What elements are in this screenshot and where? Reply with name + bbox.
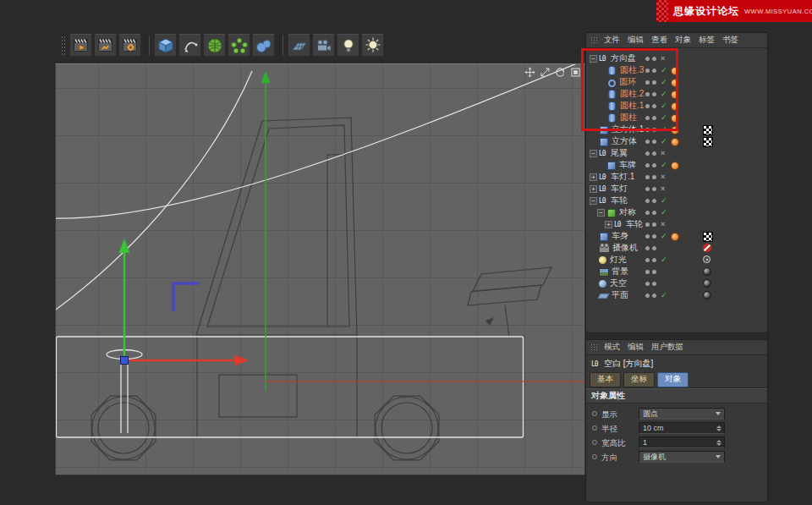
phong-tag-icon[interactable] [671,233,679,241]
tree-item-圆柱.2[interactable]: 圆柱.2✓ [586,88,767,100]
checker-tag-icon[interactable] [703,125,713,135]
om-menu-item-标签[interactable]: 标签 [699,35,715,46]
enable-toggle[interactable]: ✓ [661,159,667,171]
keyframe-dot[interactable] [592,440,597,445]
array-button[interactable] [228,34,250,57]
visibility-dots[interactable] [645,270,656,274]
tree-item-摄像机[interactable]: 摄像机 [586,242,767,254]
tree-item-圆柱[interactable]: 圆柱✓ [586,112,767,124]
phong-tag-icon[interactable] [671,126,679,134]
tree-item-圆柱.1[interactable]: 圆柱.1✓ [586,100,767,112]
camera-tool-button[interactable] [312,34,335,57]
enable-toggle[interactable]: ✓ [661,135,667,147]
tree-item-尾翼[interactable]: −尾翼× [586,147,767,159]
render-view-button[interactable] [69,34,92,57]
property-control-宽高比[interactable]: 1 [639,436,725,448]
enable-toggle[interactable]: ✓ [661,230,667,242]
light-rays-tool-button[interactable] [361,34,384,57]
tree-item-车牌[interactable]: 车牌✓ [586,159,767,171]
tree-item-背景[interactable]: 背景 [586,266,767,277]
visibility-dots[interactable] [645,163,656,167]
visibility-dots[interactable] [645,294,656,298]
panel-grip-icon[interactable] [590,36,597,44]
zoom-view-icon[interactable] [540,66,551,77]
keyframe-dot[interactable] [592,425,597,431]
phong-tag-icon[interactable] [671,162,679,170]
property-control-显示[interactable]: 圆点 [639,408,725,420]
tree-item-圆环[interactable]: 圆环✓ [586,76,767,88]
om-menu-item-书签[interactable]: 书签 [722,35,738,46]
gizmo-origin[interactable] [121,357,129,365]
tab-坐标[interactable]: 坐标 [623,372,655,387]
subdivision-surface-button[interactable] [203,34,226,57]
spinner-icon[interactable] [716,425,721,431]
light-tool-button[interactable] [337,34,359,57]
phong-tag-icon[interactable] [671,67,679,75]
render-picture-viewer-button[interactable] [94,34,117,57]
tree-item-圆柱.3[interactable]: 圆柱.3✓ [586,64,767,76]
property-control-半径[interactable]: 10 cm [639,422,725,434]
phong-tag-icon[interactable] [671,114,679,123]
visibility-dots[interactable] [645,282,656,286]
visibility-dots[interactable] [645,80,656,85]
collapse-expander-icon[interactable]: − [590,197,597,205]
enable-toggle[interactable]: × [661,171,665,183]
sphere-tag-icon[interactable] [703,279,711,288]
toolbar-grip[interactable] [61,36,65,56]
visibility-dots[interactable] [645,151,656,156]
enable-toggle[interactable]: × [661,183,665,195]
expand-expander-icon[interactable]: + [605,221,612,228]
enable-toggle[interactable]: ✓ [661,195,667,206]
visibility-dots[interactable] [645,211,656,215]
viewport[interactable] [55,63,585,475]
enable-toggle[interactable]: ✓ [661,124,667,135]
om-menu-item-对象[interactable]: 对象 [675,35,691,46]
visibility-dots[interactable] [645,92,656,96]
spline-pen-button[interactable] [178,34,201,57]
visibility-dots[interactable] [645,175,656,179]
tree-item-方向盘[interactable]: −方向盘× [586,52,767,64]
am-menu-item-模式[interactable]: 模式 [604,342,620,353]
tab-对象[interactable]: 对象 [657,372,689,387]
tree-item-车身[interactable]: 车身✓ [586,230,767,242]
collapse-expander-icon[interactable]: − [590,150,597,157]
visibility-dots[interactable] [645,222,656,227]
enable-toggle[interactable]: × [661,218,665,230]
visibility-dots[interactable] [645,234,656,239]
phong-tag-icon[interactable] [671,102,679,111]
tab-基本[interactable]: 基本 [590,372,621,387]
spinner-icon[interactable] [716,440,721,446]
panel-splitter[interactable] [586,332,767,340]
enable-toggle[interactable]: × [661,52,665,64]
keyframe-dot[interactable] [592,411,597,416]
visibility-dots[interactable] [645,128,656,132]
tree-item-立方体.1[interactable]: 立方体.1✓ [586,124,767,135]
enable-toggle[interactable]: ✓ [661,100,667,112]
checker-tag-icon[interactable] [703,232,713,242]
enable-toggle[interactable]: ✓ [661,289,667,301]
target-tag-icon[interactable] [703,255,710,263]
floor-button[interactable] [288,34,310,57]
visibility-dots[interactable] [645,116,656,120]
tree-item-灯光[interactable]: 灯光✓ [586,254,767,266]
visibility-dots[interactable] [645,187,656,191]
expand-expander-icon[interactable]: + [590,185,597,193]
visibility-dots[interactable] [645,140,656,144]
enable-toggle[interactable]: × [661,147,665,159]
sphere-tag-icon[interactable] [703,291,711,299]
sphere-tag-icon[interactable] [703,267,711,276]
om-menu-item-文件[interactable]: 文件 [604,35,620,46]
keyframe-dot[interactable] [592,454,597,459]
tree-item-对称[interactable]: −对称✓ [586,206,767,218]
visibility-dots[interactable] [645,57,656,61]
tree-item-车轮[interactable]: −车轮✓ [586,195,767,206]
enable-toggle[interactable]: ✓ [661,64,667,76]
tree-item-车轮[interactable]: +车轮× [586,218,767,230]
visibility-dots[interactable] [645,199,656,203]
enable-toggle[interactable]: ✓ [661,76,667,88]
visibility-dots[interactable] [645,246,656,250]
visibility-dots[interactable] [645,258,656,262]
viewport-canvas[interactable] [56,64,584,475]
tree-item-平面[interactable]: 平面✓ [586,289,767,301]
enable-toggle[interactable]: ✓ [661,206,667,218]
